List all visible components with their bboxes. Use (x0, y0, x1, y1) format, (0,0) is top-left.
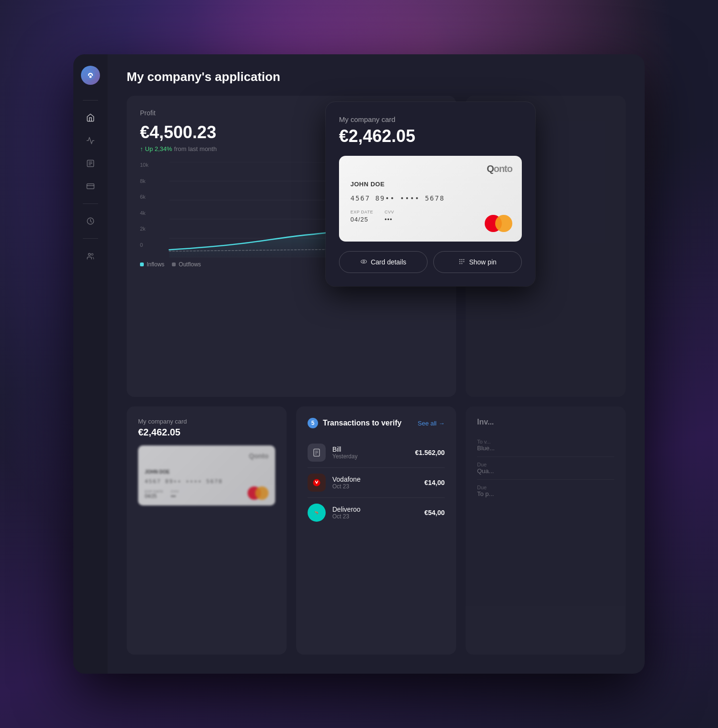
transaction-icon-deliveroo: 🦘 (308, 504, 326, 522)
mini-credit-card: Qonto JOHN DOE 4567 89•• •••• 5678 EXP D… (138, 445, 275, 506)
sidebar-item-analytics[interactable] (81, 131, 100, 150)
card-cvv-field: CVV ••• (385, 210, 394, 223)
header: My company's application (108, 54, 645, 96)
mc-orange-circle (495, 215, 512, 232)
transaction-date-bill: Yesterday (332, 453, 409, 460)
svg-rect-27 (461, 259, 462, 260)
svg-rect-30 (461, 261, 462, 262)
transaction-amount-vodafone: €14,00 (424, 479, 445, 486)
svg-rect-28 (463, 259, 464, 260)
svg-rect-32 (459, 263, 460, 263)
card-number: 4567 89•• •••• 5678 (350, 194, 510, 202)
transaction-name-deliveroo: Deliveroo (332, 506, 418, 513)
chart-y-labels: 10k 8k 6k 4k 2k 0 (140, 162, 149, 248)
pin-icon (459, 258, 465, 266)
mastercard-logo-popup (485, 215, 512, 232)
sidebar-item-team[interactable] (81, 246, 100, 265)
sidebar-divider-mid (83, 203, 98, 204)
exp-label: EXP DATE (350, 210, 373, 214)
page-title: My company's application (127, 70, 280, 84)
card-details-label: Card details (371, 258, 407, 266)
sidebar (73, 54, 108, 674)
card-details-button[interactable]: Card details (339, 251, 428, 273)
show-pin-button[interactable]: Show pin (433, 251, 522, 273)
transactions-badge: 5 (308, 418, 318, 428)
svg-text:🦘: 🦘 (314, 510, 319, 516)
cvv-label: CVV (385, 210, 394, 214)
transaction-icon-bill (308, 444, 326, 462)
app-container: My company's application Profit €4,500.2… (73, 54, 645, 674)
app-logo (81, 66, 100, 85)
transaction-item-vodafone[interactable]: Vodafone Oct 23 €14,00 (308, 468, 445, 498)
transaction-item-bill[interactable]: Bill Yesterday €1.562,00 (308, 438, 445, 468)
sidebar-item-documents[interactable] (81, 154, 100, 173)
card-exp-field: EXP DATE 04/25 (350, 210, 373, 223)
sidebar-divider-bottom (83, 238, 98, 239)
sidebar-item-cards[interactable] (81, 177, 100, 196)
transaction-icon-vodafone (308, 474, 326, 492)
legend-outflows: Outflows (172, 261, 201, 268)
transactions-card: 5 Transactions to verify See all → (296, 406, 456, 655)
popup-actions: Card details (339, 251, 522, 273)
transaction-item-deliveroo[interactable]: 🦘 Deliveroo Oct 23 €54,00 (308, 498, 445, 527)
svg-point-25 (363, 261, 365, 263)
svg-rect-31 (463, 261, 464, 262)
eye-icon (360, 258, 367, 266)
change-arrow: ↑ (140, 145, 143, 152)
change-label: from last month (174, 145, 217, 152)
svg-rect-29 (459, 261, 460, 262)
card-holder-name: JOHN DOE (350, 181, 510, 188)
popup-card-title: My company card (339, 115, 522, 123)
company-card-widget: My company card €2,462.05 Qonto JOHN DOE… (127, 406, 287, 655)
transaction-name-vodafone: Vodafone (332, 475, 418, 483)
transaction-info-vodafone: Vodafone Oct 23 (332, 475, 418, 490)
svg-rect-33 (461, 263, 462, 263)
invoices-card-partial: Inv... To v... Blue... Due Qua... Due To… (466, 406, 626, 655)
transaction-info-deliveroo: Deliveroo Oct 23 (332, 506, 418, 520)
sidebar-divider-top (83, 100, 98, 101)
transactions-title-row: 5 Transactions to verify (308, 418, 401, 428)
svg-point-1 (90, 76, 92, 78)
widget-card-title: My company card (138, 418, 275, 425)
show-pin-label: Show pin (469, 258, 497, 266)
svg-rect-6 (87, 184, 94, 189)
mastercard-logo (248, 486, 269, 500)
popup-card: My company card €2,462.05 Qonto JOHN DOE… (326, 102, 535, 286)
transaction-date-vodafone: Oct 23 (332, 483, 418, 490)
transaction-amount-deliveroo: €54,00 (424, 509, 445, 516)
transaction-amount-bill: €1.562,00 (415, 449, 445, 456)
cvv-value: ••• (385, 216, 394, 223)
svg-point-9 (89, 253, 91, 256)
transaction-info-bill: Bill Yesterday (332, 445, 409, 460)
sidebar-item-home[interactable] (81, 108, 100, 127)
change-percent: Up 2,34% (145, 145, 172, 152)
see-all-button[interactable]: See all → (418, 420, 445, 427)
exp-value: 04/25 (350, 216, 373, 223)
transaction-date-deliveroo: Oct 23 (332, 513, 418, 520)
svg-point-0 (86, 71, 95, 80)
sidebar-item-savings[interactable] (81, 212, 100, 231)
transaction-name-bill: Bill (332, 445, 409, 453)
popup-card-amount: €2,462.05 (339, 126, 522, 146)
transactions-header: 5 Transactions to verify See all → (308, 418, 445, 428)
svg-rect-26 (459, 259, 460, 260)
card-brand-logo: Qonto (487, 163, 512, 174)
transactions-title: Transactions to verify (323, 419, 401, 427)
svg-point-10 (91, 253, 93, 255)
legend-inflows: Inflows (140, 261, 164, 268)
credit-card-visual: Qonto JOHN DOE 4567 89•• •••• 5678 EXP D… (339, 156, 522, 242)
widget-card-amount: €2,462.05 (138, 427, 275, 438)
